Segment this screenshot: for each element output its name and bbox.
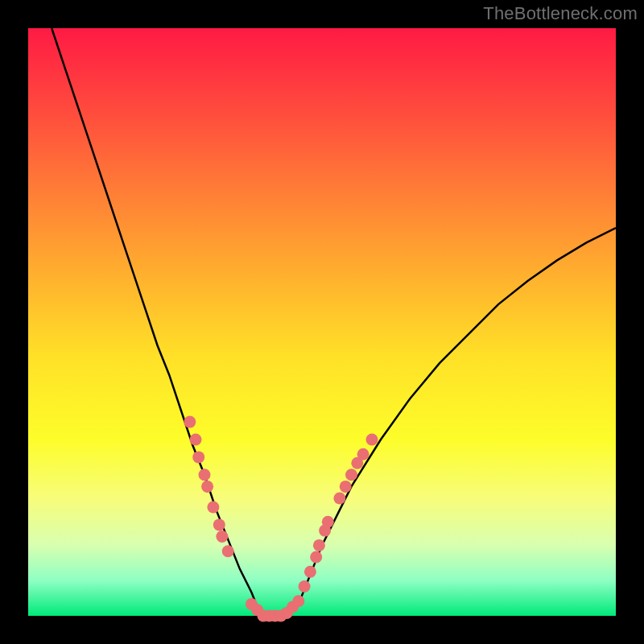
data-marker [333,493,345,505]
data-marker [184,416,196,428]
data-marker [304,566,316,578]
data-marker [322,516,334,528]
data-marker [216,530,228,543]
data-marker [190,434,202,446]
data-marker [192,451,204,463]
data-marker [313,539,325,551]
data-marker [340,481,352,493]
data-marker [310,551,322,564]
data-marker [222,545,234,557]
data-marker [201,481,213,493]
data-marker [299,580,311,592]
chart-container: TheBottleneck.com [0,0,644,644]
data-marker [213,518,225,530]
curve-overlay [0,0,644,644]
data-marker [207,502,219,514]
data-marker [345,469,357,481]
bottleneck-curve [52,28,616,616]
data-marker [366,434,378,446]
data-marker [199,469,211,481]
data-marker [357,448,369,460]
data-marker [292,595,304,607]
